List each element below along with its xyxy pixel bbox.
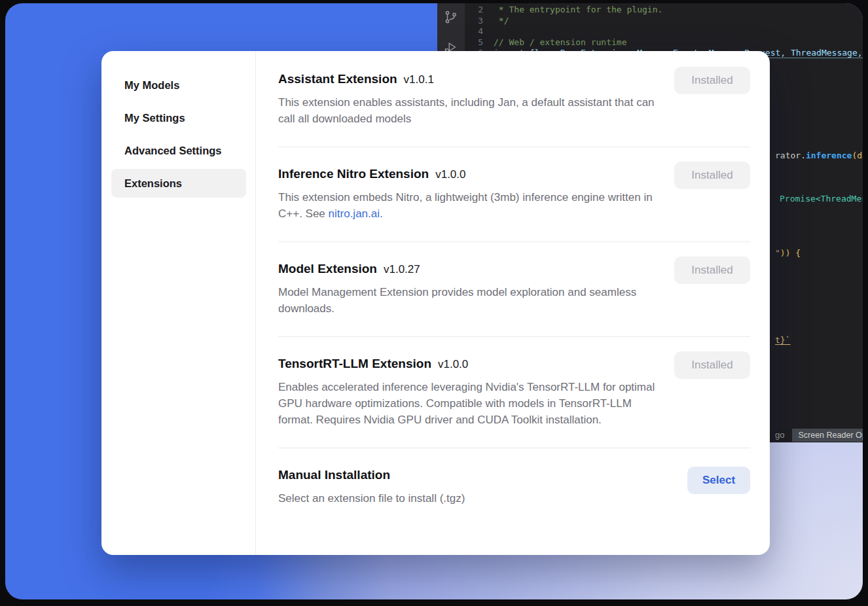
- extension-row-model: Model Extensionv1.0.27 Model Management …: [278, 242, 750, 337]
- installed-button[interactable]: Installed: [674, 67, 750, 94]
- code-line: 5 // Web / extension runtime: [465, 37, 863, 48]
- code-line: 2 * The entrypoint for the plugin.: [465, 5, 863, 16]
- code-text: */: [494, 16, 509, 27]
- extension-row-tensorrt-llm: TensortRT-LLM Extensionv1.0.0 Enables ac…: [278, 337, 750, 448]
- code-text: // Web / extension runtime: [494, 37, 627, 48]
- extension-name: TensortRT-LLM Extension: [278, 357, 431, 370]
- extension-row-inference-nitro: Inference Nitro Extensionv1.0.0 This ext…: [278, 147, 750, 242]
- code-fragment-template: t}`: [775, 335, 790, 345]
- code-fragment-brace: ")) {: [775, 248, 801, 258]
- extension-version: v1.0.0: [438, 358, 468, 370]
- extension-description: This extension enables assistants, inclu…: [278, 94, 658, 127]
- status-bar-text: go: [775, 430, 784, 440]
- extensions-list: Assistant Extensionv1.0.1 This extension…: [256, 51, 770, 555]
- code-fragment-inference: rator.inference(data));: [775, 151, 863, 160]
- extension-row-assistant: Assistant Extensionv1.0.1 This extension…: [278, 58, 750, 147]
- line-number: 3: [465, 16, 483, 27]
- line-number: 2: [465, 5, 483, 16]
- sidebar-item-advanced-settings[interactable]: Advanced Settings: [111, 136, 246, 165]
- code-line: 3 */: [465, 16, 863, 27]
- sidebar-item-label: Advanced Settings: [124, 145, 222, 157]
- extension-name: Assistant Extension: [278, 72, 397, 86]
- extension-version: v1.0.27: [384, 263, 420, 276]
- code-fragment-promise: Promise<ThreadMessage>: [780, 194, 863, 204]
- settings-modal: My Models My Settings Advanced Settings …: [101, 51, 770, 555]
- line-number: 5: [465, 37, 483, 48]
- sidebar-item-my-models[interactable]: My Models: [111, 71, 246, 99]
- sidebar-item-label: My Models: [124, 79, 179, 92]
- extension-name: Manual Installation: [278, 468, 390, 482]
- extension-description: Model Management Extension provides mode…: [278, 284, 658, 317]
- nitro-jan-ai-link[interactable]: nitro.jan.ai.: [329, 207, 383, 220]
- extension-name: Inference Nitro Extension: [278, 167, 429, 181]
- extension-version: v1.0.0: [435, 168, 465, 181]
- sidebar-item-extensions[interactable]: Extensions: [111, 169, 246, 198]
- sidebar-item-my-settings[interactable]: My Settings: [111, 103, 246, 132]
- screen-reader-optimized-badge[interactable]: Screen Reader Optimized: [792, 429, 863, 442]
- installed-button[interactable]: Installed: [674, 162, 750, 189]
- extension-description: Enables accelerated inference leveraging…: [278, 379, 658, 428]
- line-number: 4: [465, 26, 483, 37]
- code-line: 4: [465, 26, 863, 37]
- extension-description: This extension embeds Nitro, a lightweig…: [278, 189, 658, 222]
- extension-version: v1.0.1: [404, 73, 434, 86]
- desktop-frame: 2 * The entrypoint for the plugin. 3 */ …: [5, 3, 863, 599]
- select-button[interactable]: Select: [687, 467, 750, 494]
- extension-row-manual-installation: Manual Installation Select an extension …: [278, 448, 750, 526]
- extension-description: Select an extension file to install (.tg…: [278, 490, 658, 507]
- sidebar-item-label: My Settings: [124, 112, 185, 124]
- installed-button[interactable]: Installed: [674, 351, 750, 379]
- extension-name: Model Extension: [278, 262, 377, 276]
- settings-sidebar: My Models My Settings Advanced Settings …: [101, 51, 256, 555]
- sidebar-item-label: Extensions: [124, 177, 182, 190]
- source-control-icon[interactable]: [444, 10, 458, 24]
- code-text: * The entrypoint for the plugin.: [494, 5, 662, 16]
- installed-button[interactable]: Installed: [674, 257, 750, 284]
